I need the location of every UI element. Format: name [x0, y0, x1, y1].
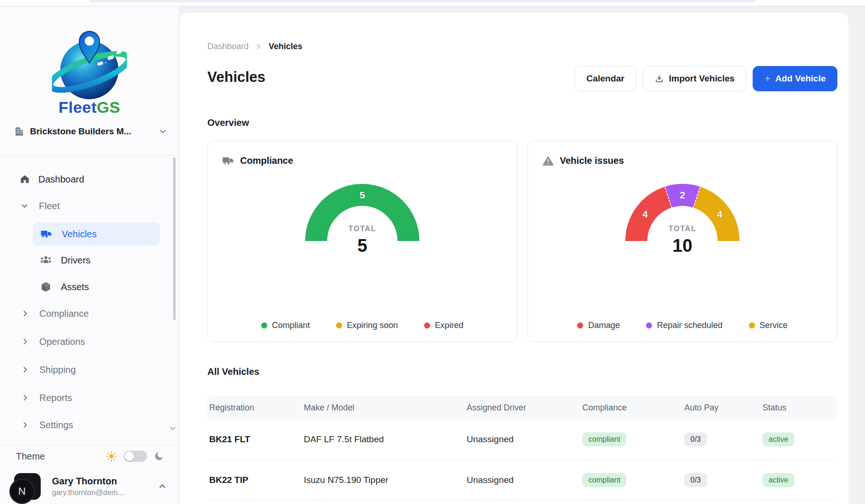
column-header[interactable]: Compliance [580, 403, 682, 413]
sidebar-group-operations[interactable]: Operations [0, 331, 179, 352]
sidebar-item-drivers[interactable]: Drivers [0, 250, 179, 270]
vehicle-issues-legend: Damage Repair scheduled Service [528, 321, 837, 330]
breadcrumb-chevron-right-icon [255, 43, 262, 50]
legend-label: Service [760, 321, 788, 330]
chevron-right-icon [22, 421, 29, 429]
legend-dot [577, 322, 583, 329]
chevron-right-icon [22, 310, 29, 317]
make-model-cell: DAF LF 7.5t Flatbed [302, 434, 465, 445]
warning-triangle-icon [542, 154, 554, 167]
breadcrumb-dashboard[interactable]: Dashboard [207, 42, 249, 51]
sidebar-group-label: Compliance [39, 308, 89, 319]
avatar: N [14, 473, 41, 500]
legend-dot [749, 322, 755, 329]
chevron-right-icon [22, 338, 29, 345]
browser-tab-remnant [89, 0, 755, 2]
calendar-button[interactable]: Calendar [575, 66, 636, 91]
sidebar-group-reports[interactable]: Reports [0, 387, 179, 408]
legend-item: Compliant [261, 321, 310, 330]
compliance-card-title: Compliance [240, 155, 293, 166]
legend-label: Damage [588, 321, 620, 330]
legend-dot [336, 322, 342, 329]
sidebar-item-dashboard[interactable]: Dashboard [0, 169, 179, 190]
theme-label: Theme [16, 451, 106, 462]
status-badge: active [762, 432, 794, 446]
legend-item: Expiring soon [336, 321, 398, 330]
theme-toggle-knob [125, 452, 134, 461]
add-vehicle-button[interactable]: + Add Vehicle [753, 66, 837, 91]
import-vehicles-button-label: Import Vehicles [669, 73, 734, 84]
add-vehicle-button-label: Add Vehicle [775, 73, 826, 84]
browser-chrome-strip [0, 0, 865, 6]
assigned-driver-cell: Unassigned [465, 475, 580, 485]
table-row[interactable]: BK21 FLT DAF LF 7.5t Flatbed Unassigned … [207, 419, 837, 460]
gauge-total-value: 5 [208, 236, 517, 256]
sidebar-group-label: Settings [39, 420, 73, 431]
compliance-legend: Compliant Expiring soon Expired [208, 321, 517, 330]
all-vehicles-heading: All Vehicles [207, 366, 259, 377]
sidebar-item-label: Assets [61, 282, 89, 292]
assigned-driver-cell: Unassigned [465, 434, 580, 445]
compliance-badge: compliant [582, 432, 626, 446]
column-header[interactable]: Assigned Driver [465, 403, 580, 413]
sidebar-group-settings[interactable]: Settings [0, 415, 179, 435]
fleetgs-globe-logo-icon [52, 21, 127, 101]
vehicle-issues-card-title: Vehicle issues [560, 155, 624, 166]
compliance-badge: compliant [582, 473, 626, 487]
sidebar-group-label: Reports [39, 393, 72, 403]
company-selector[interactable]: Brickstone Builders M... [14, 121, 167, 142]
avatar-badge: N [9, 479, 35, 504]
registration-cell: BK22 TIP [207, 475, 302, 485]
sidebar-item-assets[interactable]: Assets [0, 277, 179, 297]
sidebar-group-compliance[interactable]: Compliance [0, 303, 179, 324]
brand-wordmark: FleetGS [0, 98, 179, 117]
user-email: gary.thornton@dem... [52, 489, 158, 497]
chevron-down-icon [21, 202, 29, 210]
auto-pay-badge: 0/3 [684, 473, 707, 487]
sun-icon [106, 451, 117, 462]
sidebar-divider [0, 155, 179, 156]
moon-icon [154, 451, 165, 462]
cube-icon [39, 281, 52, 292]
sidebar-group-fleet[interactable]: Fleet [0, 196, 179, 216]
sidebar-item-label: Drivers [61, 255, 90, 266]
column-header[interactable]: Auto Pay [682, 403, 761, 413]
scroll-more-chevron-down-icon [169, 424, 177, 433]
sidebar-item-vehicles[interactable]: Vehicles [33, 222, 160, 246]
sidebar-bottom-divider [0, 445, 179, 445]
legend-label: Expiring soon [347, 321, 398, 330]
users-icon [39, 254, 52, 266]
user-menu[interactable]: N Gary Thornton gary.thornton@dem... [14, 470, 167, 503]
column-header[interactable]: Status [761, 403, 837, 413]
breadcrumb-current: Vehicles [269, 42, 302, 51]
sidebar-group-shipping[interactable]: Shipping [0, 359, 179, 380]
chevron-right-icon [22, 366, 29, 373]
vehicles-table: Registration Make / Model Assigned Drive… [207, 396, 837, 501]
gauge-total-label: TOTAL [208, 225, 517, 233]
table-row[interactable]: BK22 TIP Isuzu N75.190 Tipper Unassigned… [207, 460, 837, 501]
svg-text:4: 4 [717, 209, 723, 219]
download-icon [654, 74, 664, 84]
chevron-down-icon [159, 128, 167, 135]
main-area: Dashboard Vehicles Vehicles Calendar [179, 7, 865, 504]
theme-toggle[interactable] [124, 451, 147, 462]
column-header[interactable]: Make / Model [302, 403, 465, 413]
make-model-cell: Isuzu N75.190 Tipper [302, 475, 465, 485]
home-icon [19, 174, 31, 185]
column-header[interactable]: Registration [207, 403, 302, 413]
company-name: Brickstone Builders M... [30, 126, 154, 137]
gauge-total-value: 10 [528, 236, 837, 256]
legend-label: Repair scheduled [657, 321, 722, 330]
sidebar-group-label: Shipping [39, 365, 76, 375]
registration-cell: BK21 FLT [207, 434, 302, 445]
table-header-row: Registration Make / Model Assigned Drive… [207, 396, 837, 419]
sidebar-item-label: Vehicles [62, 229, 97, 240]
content-card: Dashboard Vehicles Vehicles Calendar [179, 12, 849, 504]
page-title: Vehicles [207, 69, 265, 86]
building-icon [14, 126, 24, 137]
sidebar-scrollbar[interactable] [173, 157, 176, 320]
import-vehicles-button[interactable]: Import Vehicles [643, 66, 746, 91]
svg-text:4: 4 [642, 209, 648, 219]
sidebar-item-label: Dashboard [38, 174, 84, 185]
svg-text:2: 2 [680, 190, 685, 200]
